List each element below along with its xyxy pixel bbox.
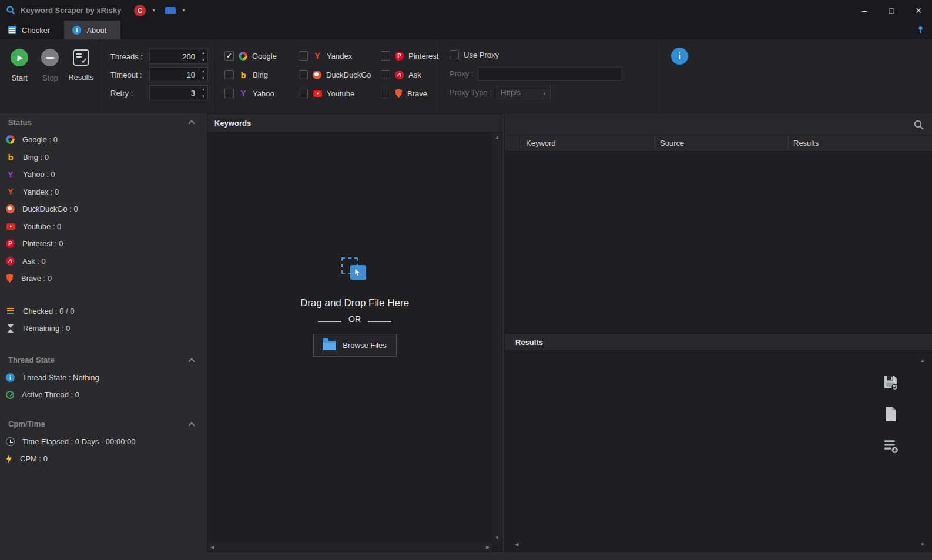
keywords-body: Drag and Drop File Here OR Browse Files: [207, 132, 502, 552]
copy-file-button[interactable]: [881, 405, 899, 422]
minimize-button[interactable]: –: [851, 0, 878, 21]
engine-label: Google: [252, 52, 277, 61]
brand-badge-icon[interactable]: C: [134, 5, 146, 16]
thread-state-list: Thread State : Nothing Active Thread : 0: [0, 369, 206, 404]
add-to-list-button[interactable]: [881, 437, 899, 454]
scroll-down-icon[interactable]: [492, 533, 502, 542]
language-flag-icon[interactable]: [165, 7, 176, 14]
results-output-area: [505, 351, 932, 552]
engine-checkbox[interactable]: [381, 70, 390, 79]
browse-files-button[interactable]: Browse Files: [313, 334, 397, 357]
retry-input[interactable]: [150, 86, 199, 100]
column-header-keyword[interactable]: Keyword: [521, 135, 655, 151]
engine-item: DuckDuckGo: [299, 70, 366, 79]
engine-checkbox[interactable]: [224, 51, 234, 61]
bolt-icon: [6, 454, 12, 464]
engine-label: DuckDuckGo: [326, 71, 371, 79]
engine-checkbox[interactable]: [299, 70, 308, 79]
scroll-left-icon[interactable]: [512, 539, 521, 549]
close-button[interactable]: ✕: [905, 0, 932, 21]
collapse-chevron-icon[interactable]: [188, 422, 195, 428]
chevron-down-icon: [542, 88, 547, 97]
scroll-left-icon[interactable]: [207, 542, 217, 552]
spin-down-icon[interactable]: [199, 56, 207, 63]
search-button[interactable]: [912, 118, 925, 131]
thread-item: Thread State : Nothing: [0, 369, 206, 387]
spin-down-icon[interactable]: [199, 75, 207, 82]
engine-checkbox[interactable]: [381, 89, 390, 98]
spin-down-icon[interactable]: [199, 93, 207, 100]
cpm-time-section-header: Cpm/Time: [0, 415, 206, 433]
cursor-arrow-icon: [354, 269, 361, 277]
vertical-scrollbar: [492, 132, 502, 542]
thread-item: Active Thread : 0: [0, 386, 206, 404]
threads-field: [149, 49, 208, 64]
yandex-icon: [6, 187, 15, 196]
pin-button[interactable]: [914, 24, 926, 36]
app-logo-search-icon: [6, 5, 16, 15]
toolbar-empty-area: [662, 39, 932, 113]
collapse-chevron-icon[interactable]: [188, 120, 195, 126]
status-counter-list: Checked : 0 / 0 Remaining : 0: [0, 303, 206, 337]
yandex-icon: [313, 51, 322, 61]
youtube-icon: [6, 222, 15, 231]
engine-checkbox[interactable]: [381, 51, 390, 61]
cpm-time-list: Time Elapsed : 0 Days - 00:00:00 CPM : 0: [0, 433, 206, 468]
results-button[interactable]: Results: [68, 49, 95, 113]
proxy-row: Proxy :: [450, 66, 661, 81]
browse-files-label: Browse Files: [343, 341, 386, 350]
engine-item: Yahoo: [224, 89, 283, 98]
column-header-results[interactable]: Results: [789, 135, 932, 151]
scroll-down-icon[interactable]: [918, 539, 927, 549]
spin-up-icon[interactable]: [199, 86, 207, 93]
engine-checkbox[interactable]: [299, 89, 308, 98]
save-results-button[interactable]: [881, 373, 899, 391]
engine-checkbox[interactable]: [224, 70, 234, 79]
proxy-type-row: Proxy Type : Http/s: [450, 85, 661, 99]
status-item: Google : 0: [0, 131, 206, 149]
spin-up-icon[interactable]: [199, 68, 207, 75]
use-proxy-row: Use Proxy: [450, 48, 661, 62]
status-item: Brave : 0: [0, 270, 206, 287]
drop-zone-text: Drag and Drop File Here: [300, 297, 409, 309]
flag-dropdown-caret-icon[interactable]: [182, 8, 186, 12]
engine-label: Ask: [408, 71, 421, 79]
or-label: OR: [348, 314, 361, 324]
duckduckgo-icon: [6, 204, 15, 213]
engine-checkbox[interactable]: [299, 51, 308, 61]
engine-item: Bing: [224, 70, 283, 79]
stop-button[interactable]: Stop: [36, 49, 63, 113]
timeout-input[interactable]: [150, 68, 199, 82]
window-title: Keyword Scraper by xRisky: [21, 6, 121, 15]
brave-icon: [6, 274, 14, 283]
status-item: DuckDuckGo : 0: [0, 200, 206, 218]
engine-item: Youtube: [299, 89, 366, 98]
proxy-input[interactable]: [478, 67, 622, 81]
scroll-up-icon[interactable]: [918, 356, 927, 365]
badge-dropdown-caret-icon[interactable]: [152, 8, 156, 12]
spin-up-icon[interactable]: [199, 49, 207, 56]
cpm-item-label: Time Elapsed : 0 Days - 00:00:00: [22, 437, 135, 446]
threads-input[interactable]: [150, 49, 199, 63]
timeout-field: [149, 67, 208, 82]
tab-bar: Checker About: [0, 21, 932, 39]
proxy-type-select[interactable]: Http/s: [497, 86, 551, 99]
use-proxy-checkbox[interactable]: [450, 50, 459, 59]
engine-checkbox[interactable]: [224, 89, 234, 98]
start-button[interactable]: Start: [6, 49, 33, 113]
counter-item-label: Checked : 0 / 0: [23, 307, 74, 316]
info-button[interactable]: [671, 48, 688, 65]
proxy-type-value: Http/s: [501, 88, 539, 97]
collapse-chevron-icon[interactable]: [188, 358, 195, 364]
yahoo-icon: [239, 89, 248, 98]
file-drop-zone[interactable]: Drag and Drop File Here OR Browse Files: [207, 257, 502, 357]
stop-icon: [41, 49, 59, 66]
duckduckgo-icon: [313, 71, 321, 79]
timeout-row: Timeout :: [110, 67, 214, 82]
column-header-source[interactable]: Source: [655, 135, 789, 151]
tab-about[interactable]: About: [64, 21, 120, 39]
maximize-button[interactable]: □: [878, 0, 905, 21]
tab-checker[interactable]: Checker: [0, 21, 64, 39]
scroll-right-icon[interactable]: [483, 542, 492, 552]
scroll-up-icon[interactable]: [492, 132, 502, 142]
